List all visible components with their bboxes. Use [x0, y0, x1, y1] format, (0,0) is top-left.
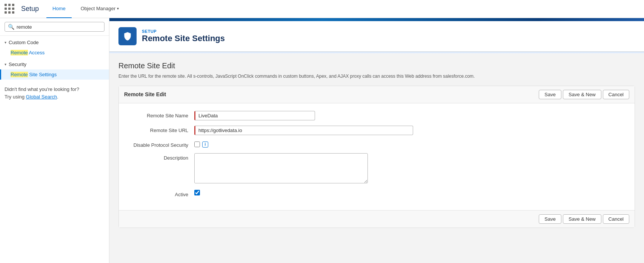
input-remote-site-url[interactable] — [194, 126, 413, 135]
form-body: Remote Site Name Remote Site URL — [119, 103, 635, 210]
save-button-bottom[interactable]: Save — [539, 214, 561, 224]
sidebar-section-custom-code: ▾ Custom Code Remote Access — [0, 36, 109, 58]
form-wrapper: Remote Site Edit Enter the URL for the r… — [109, 54, 644, 235]
form-page-title: Remote Site Edit — [118, 62, 635, 70]
search-box[interactable]: 🔍 — [5, 22, 105, 32]
setup-label: SETUP — [142, 29, 225, 34]
input-remote-site-name[interactable] — [194, 111, 315, 120]
decorative-bar — [109, 18, 644, 21]
page-title: Remote Site Settings — [142, 34, 225, 43]
save-new-button-top[interactable]: Save & New — [563, 90, 601, 99]
sidebar: 🔍 ▾ Custom Code Remote Access ▾ Security… — [0, 18, 109, 263]
control-remote-site-url — [194, 126, 627, 135]
main-content: SETUP Remote Site Settings Remote Site E… — [109, 18, 644, 263]
shield-icon — [123, 31, 132, 41]
chevron-down-icon: ▾ — [117, 6, 119, 11]
remote-access-label: Remote Access — [11, 50, 45, 55]
sidebar-section-label-custom-code: Custom Code — [9, 40, 38, 45]
form-card: Remote Site Edit Save Save & New Cancel … — [118, 86, 635, 228]
info-icon-disable-protocol[interactable]: i — [202, 141, 208, 148]
save-new-button-bottom[interactable]: Save & New — [563, 214, 601, 224]
textarea-description[interactable] — [194, 153, 368, 183]
search-container: 🔍 — [0, 18, 109, 36]
chevron-icon-custom-code: ▾ — [5, 40, 6, 45]
label-remote-site-url: Remote Site URL — [126, 126, 194, 133]
checkbox-active[interactable] — [194, 190, 200, 195]
chevron-icon-security: ▾ — [5, 62, 6, 66]
save-button-top[interactable]: Save — [539, 90, 561, 99]
cancel-button-top[interactable]: Cancel — [603, 90, 629, 99]
control-active — [194, 190, 627, 197]
label-remote-site-name: Remote Site Name — [126, 111, 194, 118]
field-row-description: Description — [119, 153, 635, 185]
page-header: SETUP Remote Site Settings — [109, 21, 644, 52]
checkbox-disable-protocol-security[interactable] — [194, 141, 200, 147]
sidebar-not-found: Didn't find what you're looking for? Try… — [0, 80, 109, 106]
page-header-text: SETUP Remote Site Settings — [142, 29, 225, 43]
sidebar-section-header-security[interactable]: ▾ Security — [0, 58, 109, 69]
label-description: Description — [126, 153, 194, 161]
tab-object-manager[interactable]: Object Manager ▾ — [75, 0, 125, 18]
tab-home[interactable]: Home — [46, 0, 72, 18]
control-remote-site-name — [194, 111, 627, 120]
search-icon: 🔍 — [8, 24, 14, 30]
field-row-remote-site-url: Remote Site URL — [119, 126, 635, 135]
not-found-line1: Didn't find what you're looking for? — [5, 86, 105, 93]
sidebar-item-remote-access[interactable]: Remote Access — [0, 48, 109, 58]
form-card-footer: Save Save & New Cancel — [119, 210, 635, 228]
field-row-remote-site-name: Remote Site Name — [119, 111, 635, 120]
field-row-active: Active — [119, 190, 635, 197]
not-found-line2: Try using Global Search. — [5, 93, 105, 101]
app-launcher-button[interactable] — [5, 4, 15, 14]
nav-title: Setup — [21, 5, 39, 13]
sidebar-section-security: ▾ Security Remote Site Settings — [0, 58, 109, 80]
search-input[interactable] — [17, 24, 101, 30]
sidebar-item-remote-site-settings[interactable]: Remote Site Settings — [0, 69, 109, 80]
form-card-header-top: Remote Site Edit Save Save & New Cancel — [119, 86, 635, 103]
field-row-disable-protocol-security: Disable Protocol Security i — [119, 140, 635, 148]
remote-site-settings-label: Remote Site Settings — [11, 72, 57, 77]
sidebar-section-label-security: Security — [9, 62, 26, 67]
bottom-button-group: Save Save & New Cancel — [539, 214, 629, 224]
global-search-link[interactable]: Global Search — [26, 94, 57, 100]
cancel-button-bottom[interactable]: Cancel — [603, 214, 629, 224]
main-layout: 🔍 ▾ Custom Code Remote Access ▾ Security… — [0, 18, 644, 263]
label-disable-protocol-security: Disable Protocol Security — [126, 140, 194, 148]
form-card-title-top: Remote Site Edit — [124, 91, 166, 97]
checkbox-wrap-disable-protocol: i — [194, 140, 627, 148]
control-disable-protocol-security: i — [194, 140, 627, 148]
form-description: Enter the URL for the remote site. All s… — [118, 73, 635, 80]
label-active: Active — [126, 190, 194, 197]
sidebar-section-header-custom-code[interactable]: ▾ Custom Code — [0, 36, 109, 48]
top-button-group: Save Save & New Cancel — [539, 90, 629, 99]
control-description — [194, 153, 627, 185]
page-icon — [118, 27, 137, 45]
top-navigation: Setup Home Object Manager ▾ — [0, 0, 644, 18]
